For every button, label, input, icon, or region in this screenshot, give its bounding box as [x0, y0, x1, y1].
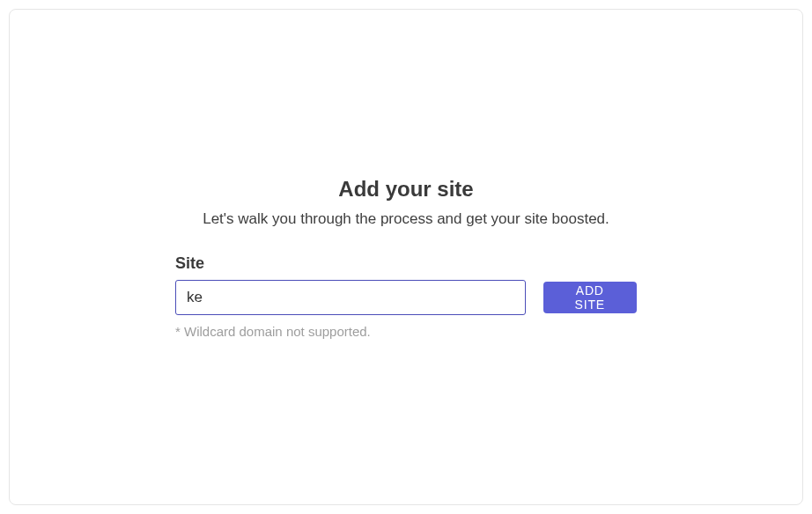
input-row: ADD SITE: [175, 280, 637, 315]
helper-text: * Wildcard domain not supported.: [175, 324, 637, 339]
page-subtitle: Let's walk you through the process and g…: [203, 210, 609, 228]
page-title: Add your site: [338, 177, 473, 202]
form-area: Site ADD SITE * Wildcard domain not supp…: [175, 254, 637, 339]
site-input[interactable]: [175, 280, 526, 315]
content-wrapper: Add your site Let's walk you through the…: [10, 177, 802, 339]
site-label: Site: [175, 254, 637, 273]
card-container: Add your site Let's walk you through the…: [9, 9, 803, 505]
add-site-button[interactable]: ADD SITE: [543, 282, 638, 313]
